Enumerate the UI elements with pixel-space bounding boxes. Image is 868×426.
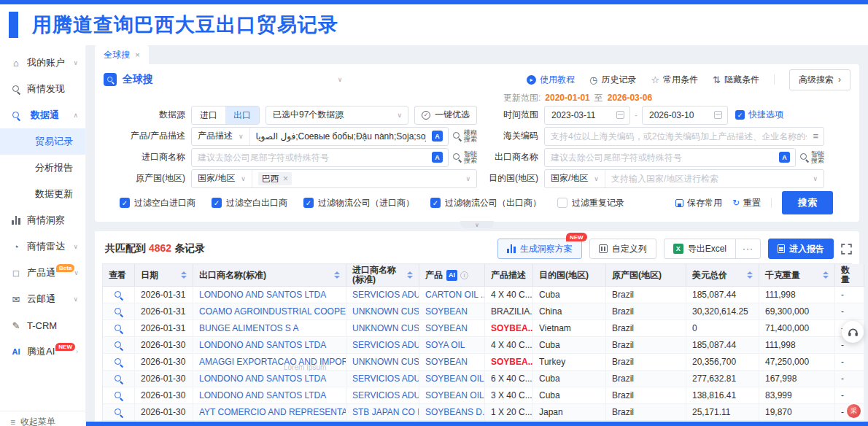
hs-code-input[interactable] <box>545 131 813 142</box>
fuzzy-search-toggle[interactable]: 模糊 搜索 <box>453 130 477 143</box>
cell-importer[interactable]: SERVICIOS ADU... <box>346 287 419 303</box>
sidebar-item-discovery[interactable]: 商情发现 <box>0 76 85 102</box>
save-conditions-button[interactable]: 保存常用 <box>675 197 722 209</box>
quick-options-button[interactable]: ✓ 快捷选项 <box>735 109 783 121</box>
cell-exporter[interactable]: AMAGGI EXPORTACAO AND IMPORTACAO L... <box>193 354 346 371</box>
favorite-conditions-button[interactable]: ☆ 常用条件 <box>651 74 698 86</box>
filter-checkbox-1[interactable]: ✓过滤空白进口商 <box>120 197 195 209</box>
country-type-select[interactable]: 国家/地区 ∨ <box>545 170 605 187</box>
checked-checkbox-icon[interactable]: ✓ <box>120 198 130 208</box>
checked-checkbox-icon[interactable]: ✓ <box>212 198 222 208</box>
cell-product[interactable]: SOYBEAN <box>419 303 485 320</box>
view-record-button[interactable] <box>103 404 135 421</box>
cell-exporter[interactable]: LONDONO AND SANTOS LTDA <box>193 387 346 404</box>
cell-exporter[interactable]: LONDONO AND SANTOS LTDA <box>193 337 346 354</box>
view-record-button[interactable] <box>103 387 135 404</box>
cell-importer[interactable]: SERVICIOS ADU... <box>346 337 419 354</box>
sidebar-item-my-account[interactable]: ⌂ 我的账户 ∨ <box>0 50 85 76</box>
filter-checkbox-3[interactable]: ✓过滤物流公司（进口商） <box>303 197 414 209</box>
cell-product[interactable]: SOYBEAN OIL <box>419 371 485 387</box>
column-header-2[interactable]: 日期 <box>135 264 193 287</box>
collapse-menu-button[interactable]: ≡ 收起菜单 <box>0 411 85 426</box>
column-header-4[interactable]: 进口商名称(标准) <box>346 264 419 287</box>
importer-input[interactable] <box>192 152 432 163</box>
date-to-input[interactable]: 2026-03-10 <box>642 106 728 125</box>
cell-importer[interactable]: UNKNOWN CUS... <box>346 320 419 337</box>
origin-select[interactable]: 国家/地区 ∨ 巴西 × ∨ <box>191 169 477 188</box>
enter-report-button[interactable]: 进入报告 <box>768 239 834 259</box>
list-icon[interactable]: ≡ <box>813 131 818 142</box>
view-record-button[interactable] <box>103 354 135 371</box>
search-scope-selector[interactable]: 全球搜 <box>123 73 153 86</box>
destination-select[interactable]: 国家/地区 ∨ ∨ <box>544 169 824 188</box>
collapse-panel-handle[interactable]: ∨ <box>460 221 494 228</box>
translate-icon[interactable]: A <box>432 152 443 163</box>
cell-exporter[interactable]: LONDONO AND SANTOS LTDA <box>193 287 346 303</box>
mascot-icon[interactable]: 采 <box>845 403 862 419</box>
product-input[interactable] <box>250 131 432 142</box>
sidebar-item-trade-records[interactable]: 贸易记录 <box>0 128 85 155</box>
remove-tag-icon[interactable]: × <box>283 172 288 185</box>
cell-product[interactable]: SOYBEANS D... <box>419 404 485 421</box>
hide-conditions-button[interactable]: ⇅ 隐藏条件 <box>713 74 759 86</box>
sidebar-item-radar[interactable]: ◔ 商情雷达 ∨ <box>0 233 85 260</box>
customer-service-button[interactable] <box>842 321 864 343</box>
cell-importer[interactable]: STB JAPAN CO L... <box>346 404 419 421</box>
date-from-input[interactable]: 2023-03-11 <box>544 106 630 125</box>
cell-importer[interactable]: UNKNOWN CUS... <box>346 303 419 320</box>
smart-search-toggle[interactable]: 智能 搜索 <box>453 151 477 164</box>
country-type-select[interactable]: 国家/地区 ∨ <box>192 170 252 187</box>
fullscreen-icon[interactable] <box>841 244 852 255</box>
datasource-select[interactable]: 已选中97个数据源 ∨ <box>266 106 408 125</box>
export-excel-button[interactable]: X 导出Excel <box>664 239 735 258</box>
sort-icon[interactable] <box>819 271 829 279</box>
sort-icon[interactable] <box>330 271 340 279</box>
filter-checkbox-4[interactable]: ✓过滤物流公司（出口商） <box>430 197 541 209</box>
cell-product[interactable]: SOYBEAN <box>419 320 485 337</box>
cell-product[interactable]: SOYBEAN OIL <box>419 387 485 404</box>
cell-exporter[interactable]: LONDONO AND SANTOS LTDA <box>193 371 346 387</box>
more-options-button[interactable]: ··· <box>735 239 760 258</box>
selected-country-tag[interactable]: 巴西 × <box>258 172 292 185</box>
sort-icon[interactable] <box>177 271 187 279</box>
checked-checkbox-icon[interactable]: ✓ <box>303 198 314 208</box>
search-button[interactable]: 搜索 <box>782 191 833 214</box>
column-header-9[interactable]: 美元总价 <box>686 264 759 287</box>
sidebar-item-product-hub[interactable]: □ 产品通 Beta ∨ <box>0 260 85 286</box>
customize-columns-button[interactable]: 自定义列 <box>589 239 656 259</box>
translate-icon[interactable]: A <box>432 131 443 142</box>
sidebar-item-data-hub[interactable]: 数据通 ∧ <box>0 102 85 128</box>
cell-product[interactable]: SOYA OIL <box>419 337 485 354</box>
filter-checkbox-2[interactable]: ✓过滤空白出口商 <box>212 197 287 209</box>
history-button[interactable]: ◷ 历史记录 <box>589 74 636 86</box>
advanced-search-button[interactable]: 高级搜索 › <box>789 69 850 90</box>
tab-global-search[interactable]: 全球搜 × <box>95 45 149 64</box>
sidebar-item-analysis-report[interactable]: 分析报告 <box>0 155 85 181</box>
view-record-button[interactable] <box>103 320 135 337</box>
view-record-button[interactable] <box>103 371 135 387</box>
unchecked-checkbox-icon[interactable] <box>557 198 567 208</box>
cell-exporter[interactable]: BUNGE ALIMENTOS S A <box>193 320 346 337</box>
checked-checkbox-icon[interactable]: ✓ <box>430 198 441 208</box>
sidebar-item-insight[interactable]: 商情洞察 <box>0 207 85 233</box>
product-type-select[interactable]: 产品描述 ∨ <box>192 128 250 145</box>
reset-button[interactable]: ↻ 重置 <box>732 197 761 209</box>
import-toggle[interactable]: 进口 <box>192 106 225 124</box>
tutorial-button[interactable]: ▸ 使用教程 <box>527 74 575 86</box>
sort-icon[interactable] <box>403 271 413 279</box>
cell-importer[interactable]: SERVICIOS ADU... <box>346 371 419 387</box>
smart-search-toggle[interactable]: 智能 搜索 <box>800 151 824 164</box>
sidebar-item-cloud-mail[interactable]: ✉ 云邮通 ∨ <box>0 286 85 312</box>
column-header-3[interactable]: 出口商名称(标准) <box>193 264 346 287</box>
sidebar-item-tcrm[interactable]: ✎ T-CRM <box>0 312 85 338</box>
cell-exporter[interactable]: AYT COMERCIO AND REPRESENTACOES LTDA <box>193 404 346 421</box>
column-header-10[interactable]: 千克重量 <box>759 264 835 287</box>
view-record-button[interactable] <box>103 303 135 320</box>
generate-insight-button[interactable]: 生成洞察方案 NEW <box>497 239 582 259</box>
cell-product[interactable]: CARTON OIL ... <box>419 287 485 303</box>
export-toggle[interactable]: 出口 <box>225 106 259 124</box>
cell-importer[interactable]: SERVICIOS ADU... <box>346 387 419 404</box>
cell-product[interactable]: SOYBEAN <box>419 354 485 371</box>
close-icon[interactable]: × <box>135 50 139 59</box>
view-record-button[interactable] <box>103 337 135 354</box>
